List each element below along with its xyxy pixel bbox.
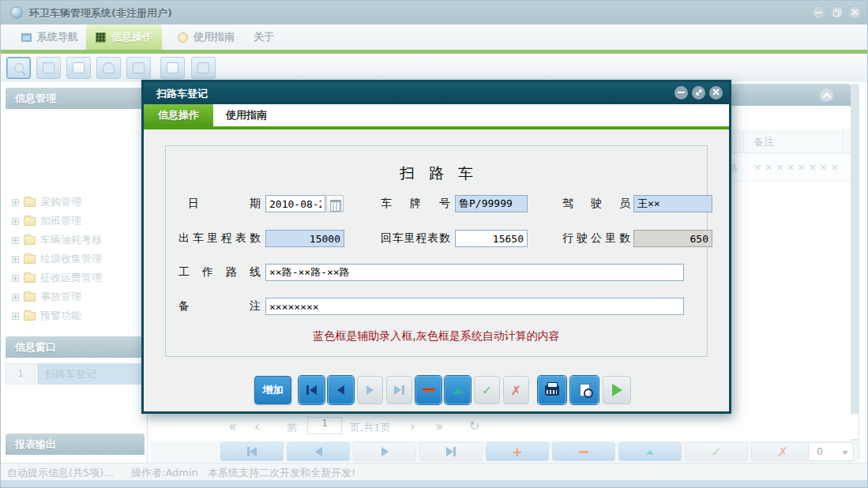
rec-last-button[interactable] [419, 442, 483, 461]
sidebar: 信息管理 采购管理 加班管理 车辆油耗考核 垃圾收集管理 征收运费管理 事故管理… [1, 82, 148, 463]
user-icon [103, 62, 115, 73]
save-record-button[interactable]: ✓ [474, 376, 500, 404]
depart-odometer-label: 出车里程表数 [178, 231, 261, 247]
preview-button[interactable] [570, 376, 599, 404]
panel-info-management[interactable]: 信息管理 [6, 88, 145, 109]
expand-icon[interactable] [12, 218, 19, 225]
scrollbar[interactable] [851, 84, 859, 461]
dialog-tab-info-operation[interactable]: 信息操作 [144, 104, 213, 126]
expand-icon[interactable] [12, 199, 19, 206]
record-nav-bar: + ✓ ✗ 0 [151, 441, 859, 463]
last-page-button[interactable]: » [435, 419, 443, 434]
dialog-minimize-icon[interactable] [674, 86, 688, 99]
page-number-input[interactable]: 1 [307, 417, 342, 434]
delete-record-button[interactable] [415, 376, 442, 404]
document-button[interactable] [66, 57, 91, 79]
tab-info-operation[interactable]: 信息操作 [86, 24, 162, 50]
calendar-icon[interactable] [326, 195, 344, 212]
expand-icon[interactable] [12, 313, 19, 320]
sidebar-item-fuel[interactable]: 车辆油耗考核 [12, 231, 143, 250]
restore-icon[interactable] [830, 6, 844, 19]
next-page-button[interactable]: › [410, 419, 415, 434]
form-view-button[interactable] [36, 57, 61, 79]
dialog-titlebar: 扫路车登记 [144, 82, 729, 104]
dialog-tab-user-guide[interactable]: 使用指南 [212, 104, 281, 126]
folder-icon [24, 293, 36, 302]
app-window: 环卫车辆管理系统(非注册用户) 系统导航 信息操作 使用指南 关于 [0, 0, 868, 488]
minimize-icon[interactable] [812, 6, 825, 19]
route-input[interactable] [265, 264, 684, 281]
column-remark[interactable]: 备注 [753, 135, 774, 149]
return-odometer-input[interactable] [455, 230, 528, 247]
dialog-title: 扫路车登记 [156, 87, 208, 101]
printer-button[interactable] [191, 57, 216, 79]
rec-prev-button[interactable] [287, 442, 350, 461]
rec-add-button[interactable]: + [486, 442, 549, 461]
rec-edit-button[interactable] [618, 442, 682, 461]
form-icon [43, 62, 54, 73]
row-label[interactable]: 扫路车登记 [37, 363, 145, 385]
grid-icon [96, 32, 106, 43]
sidebar-item-accident[interactable]: 事故管理 [12, 287, 143, 306]
plate-input[interactable] [455, 195, 528, 212]
refresh-icon[interactable]: ↻ [469, 419, 479, 434]
date-input[interactable] [265, 195, 325, 212]
cancel-record-button[interactable]: ✗ [503, 376, 529, 404]
date-label: 日期 [188, 197, 261, 212]
sidebar-item-garbage[interactable]: 垃圾收集管理 [12, 250, 143, 268]
sidebar-item-freight[interactable]: 征收运费管理 [12, 268, 143, 287]
collapse-chevron-icon[interactable] [820, 88, 833, 102]
tab-user-guide[interactable]: 使用指南 [168, 24, 244, 50]
first-record-button[interactable] [299, 376, 325, 404]
search-button[interactable] [6, 57, 31, 79]
rec-delete-button[interactable] [552, 442, 615, 461]
rec-first-button[interactable] [220, 442, 284, 461]
rec-cancel-button[interactable]: ✗ [751, 442, 814, 461]
last-record-button[interactable] [386, 376, 412, 404]
printer-icon [197, 62, 209, 73]
record-count-dropdown[interactable]: 0 [808, 442, 854, 461]
first-page-button[interactable]: « [228, 419, 236, 434]
dialog-button-row: 增加 ✓ ✗ [144, 376, 729, 407]
expand-icon[interactable] [12, 256, 19, 263]
panel-report-output[interactable]: 报表输出 [6, 434, 145, 455]
user-button[interactable] [96, 57, 121, 79]
panel-info-window[interactable]: 信息窗口 [6, 336, 145, 358]
dialog-resize-icon[interactable] [692, 86, 705, 99]
main-titlebar: 环卫车辆管理系统(非注册用户) [1, 1, 867, 24]
tab-about[interactable]: 关于 [244, 24, 284, 50]
depart-odometer-input[interactable] [265, 230, 344, 247]
close-icon[interactable] [848, 6, 862, 19]
page-label: 第 [287, 421, 297, 435]
add-button[interactable]: 增加 [254, 376, 291, 404]
expand-icon[interactable] [12, 294, 19, 301]
expand-icon[interactable] [12, 275, 19, 282]
window-preview-button[interactable] [126, 57, 151, 79]
status-support: 本系统支持二次开发和全新开发! [208, 466, 355, 480]
prev-record-button[interactable] [328, 376, 354, 404]
distance-input[interactable] [633, 230, 712, 247]
doc-add-button[interactable] [160, 57, 185, 79]
chevron-down-icon [842, 451, 848, 455]
print-button[interactable] [538, 376, 566, 404]
edit-record-button[interactable] [445, 376, 471, 404]
next-record-button[interactable] [357, 376, 383, 404]
window-preview-icon [133, 62, 145, 73]
window-icon [21, 33, 32, 42]
sidebar-item-overtime[interactable]: 加班管理 [12, 212, 143, 231]
rec-save-button[interactable]: ✓ [685, 442, 748, 461]
remark-input[interactable] [265, 298, 684, 315]
sidebar-item-warning[interactable]: 预警功能 [12, 306, 143, 325]
sidebar-item-purchase[interactable]: 采购管理 [12, 193, 143, 212]
remark-label: 备注 [178, 299, 261, 315]
rec-next-button[interactable] [353, 442, 416, 461]
tab-system-nav[interactable]: 系统导航 [12, 24, 88, 50]
run-button[interactable] [603, 376, 631, 404]
dialog-close-icon[interactable] [709, 86, 723, 99]
expand-icon[interactable] [12, 237, 19, 244]
driver-input[interactable] [633, 195, 712, 212]
info-window-row[interactable]: 1 扫路车登记 [6, 363, 145, 385]
dialog-tabbar: 信息操作 使用指南 [144, 104, 729, 126]
prev-page-button[interactable]: ‹ [254, 419, 260, 434]
driver-label: 驾驶员 [562, 197, 630, 212]
